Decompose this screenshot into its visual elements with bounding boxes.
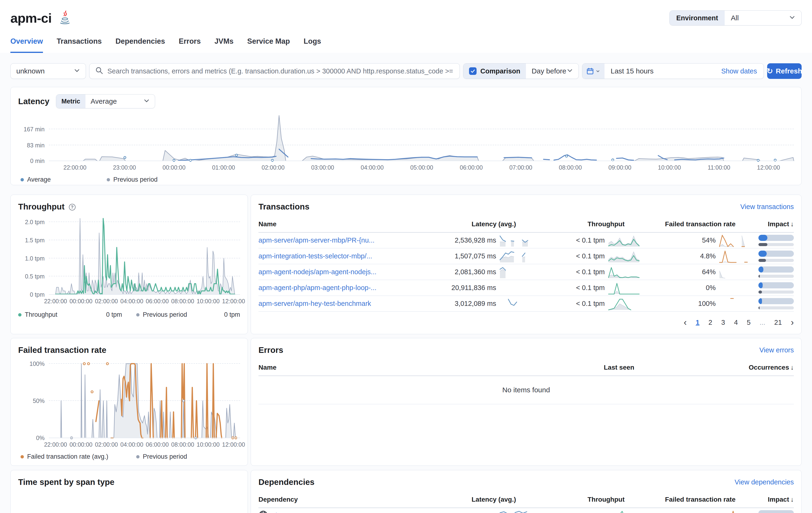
java-agent-icon: [58, 10, 71, 26]
search-input[interactable]: [107, 67, 454, 75]
failed-rate-panel: Failed transaction rate 0%50%100% 22:00:…: [10, 338, 248, 466]
throughput-plot[interactable]: 22:00:0000:00:0002:00:0004:00:0006:00:00…: [49, 217, 240, 295]
tab-dependencies[interactable]: Dependencies: [115, 37, 165, 53]
table-row: git 11,394 ms 0.5 tpm 1.2%: [258, 508, 794, 513]
col-throughput[interactable]: Throughput: [531, 496, 639, 503]
latency-sparkline: [500, 510, 531, 513]
latency-sparkline: [500, 234, 531, 247]
calendar-menu-button[interactable]: [582, 63, 605, 79]
throughput-sparkline: [609, 266, 639, 278]
latency-sparkline: [500, 282, 531, 294]
failed-rate-sparkline: [720, 298, 750, 310]
col-failed-rate[interactable]: Failed transaction rate: [639, 496, 750, 503]
tab-errors[interactable]: Errors: [179, 37, 201, 53]
tab-service-map[interactable]: Service Map: [247, 37, 290, 53]
transaction-link[interactable]: apm-integration-tests-selector-mbp/...: [258, 252, 422, 260]
failed-rate-value: 0%: [706, 284, 716, 292]
series-dot: [18, 313, 22, 317]
transaction-link[interactable]: apm-server/apm-server-mbp/PR-{nu...: [258, 237, 422, 244]
page-5[interactable]: 5: [747, 319, 751, 326]
latency-value: 3,012,089 ms: [455, 300, 496, 307]
empty-table-message: No items found: [258, 376, 794, 404]
series-dot: [107, 178, 110, 181]
series-dot: [21, 455, 24, 458]
failed-rate-chart: 0%50%100% 22:00:0000:00:0002:00:0004:00:…: [18, 360, 240, 438]
failed-rate-legend: Failed transaction rate (avg.) Previous …: [18, 453, 240, 460]
show-dates-link[interactable]: Show dates: [721, 67, 763, 75]
comparison-control: Comparison Day before: [463, 63, 579, 79]
throughput-y-axis: 0 tpm0.5 tpm1.0 tpm1.5 tpm2.0 tpm: [18, 217, 49, 295]
impact-bars: [758, 282, 794, 294]
col-name[interactable]: Name: [258, 364, 604, 371]
comparison-label: Comparison: [480, 67, 520, 75]
transaction-link[interactable]: apm-server/apm-hey-test-benchmark: [258, 300, 422, 307]
col-throughput[interactable]: Throughput: [531, 220, 639, 228]
next-page-icon[interactable]: ›: [791, 318, 794, 327]
failed-rate-plot[interactable]: 22:00:0000:00:0002:00:0004:00:0006:00:00…: [49, 360, 240, 438]
comparison-select[interactable]: Day before: [526, 67, 579, 75]
legend-item[interactable]: Average: [18, 176, 107, 183]
col-latency[interactable]: Latency (avg.): [422, 220, 531, 228]
impact-bars: [758, 251, 794, 262]
page-4[interactable]: 4: [734, 319, 738, 326]
failed-rate-value: 64%: [702, 268, 716, 276]
col-dependency[interactable]: Dependency: [258, 496, 422, 503]
transaction-link[interactable]: apm-agent-php/apm-agent-php-loop-...: [258, 284, 422, 292]
failed-rate-value: 4.8%: [700, 252, 716, 260]
transaction-link[interactable]: apm-agent-nodejs/apm-agent-nodejs...: [258, 268, 422, 276]
page-21[interactable]: 21: [774, 319, 782, 326]
table-row: apm-server/apm-server-mbp/PR-{nu... 2,53…: [258, 233, 794, 248]
latency-value: 11,394 ms: [465, 512, 496, 513]
col-impact[interactable]: Impact↓: [750, 496, 794, 503]
legend-item[interactable]: Throughput: [18, 311, 57, 318]
col-latency[interactable]: Latency (avg.): [422, 496, 531, 503]
latency-legend: Average Previous period: [18, 176, 794, 183]
tab-jvms[interactable]: JVMs: [214, 37, 233, 53]
prev-page-icon[interactable]: ‹: [684, 318, 687, 327]
refresh-button[interactable]: ↻ Refresh: [767, 63, 802, 79]
failed-rate-sparkline: [720, 250, 750, 262]
latency-plot[interactable]: 22:00:0023:00:0000:00:0001:00:0002:00:00…: [49, 114, 794, 161]
legend-item[interactable]: Previous period: [136, 453, 187, 460]
legend-value: 0 tpm: [106, 311, 122, 318]
time-spent-panel: Time spent by span type: [10, 470, 248, 513]
col-impact[interactable]: Impact↓: [750, 220, 794, 228]
legend-item[interactable]: Failed transaction rate (avg.): [18, 453, 136, 460]
latency-value: 20,911,836 ms: [451, 284, 496, 292]
metric-label: Metric: [56, 94, 85, 108]
throughput-chart: 0 tpm0.5 tpm1.0 tpm1.5 tpm2.0 tpm 22:00:…: [18, 217, 240, 295]
latency-value: 1,507,075 ms: [455, 252, 496, 260]
latency-sparkline: [500, 250, 531, 262]
view-transactions-link[interactable]: View transactions: [740, 203, 794, 211]
legend-item[interactable]: Previous period: [136, 311, 187, 318]
transaction-type-selector[interactable]: unknown: [10, 63, 86, 79]
dependencies-title: Dependencies: [258, 477, 314, 487]
tab-overview[interactable]: Overview: [10, 37, 43, 53]
environment-selector[interactable]: Environment All: [669, 10, 802, 26]
col-occurrences[interactable]: Occurrences↓: [727, 364, 794, 371]
col-failed-rate[interactable]: Failed transaction rate: [639, 220, 750, 228]
tab-logs[interactable]: Logs: [303, 37, 321, 53]
view-dependencies-link[interactable]: View dependencies: [734, 478, 794, 486]
page-1[interactable]: 1: [696, 319, 699, 326]
page-2[interactable]: 2: [708, 319, 712, 326]
col-name[interactable]: Name: [258, 220, 422, 228]
view-errors-link[interactable]: View errors: [759, 346, 794, 354]
tab-transactions[interactable]: Transactions: [57, 37, 102, 53]
table-row: apm-agent-php/apm-agent-php-loop-... 20,…: [258, 280, 794, 296]
time-range-value[interactable]: Last 15 hours: [605, 67, 660, 75]
help-icon[interactable]: ?: [69, 204, 76, 211]
metric-selector[interactable]: Metric Average: [56, 94, 155, 108]
col-last-seen[interactable]: Last seen: [604, 364, 727, 371]
series-dot: [21, 178, 24, 181]
latency-chart: 0 min83 min167 min 22:00:0023:00:0000:00…: [18, 114, 794, 161]
comparison-checkbox[interactable]: [469, 67, 476, 75]
errors-title: Errors: [258, 345, 283, 355]
dependency-link[interactable]: git: [258, 510, 422, 513]
search-icon: [95, 66, 103, 76]
page-3[interactable]: 3: [721, 319, 725, 326]
legend-item[interactable]: Previous period: [107, 176, 158, 183]
transactions-table-header: Name Latency (avg.) Throughput Failed tr…: [258, 217, 794, 233]
impact-bars: [758, 510, 794, 513]
throughput-value: < 0.1 tpm: [576, 300, 605, 307]
